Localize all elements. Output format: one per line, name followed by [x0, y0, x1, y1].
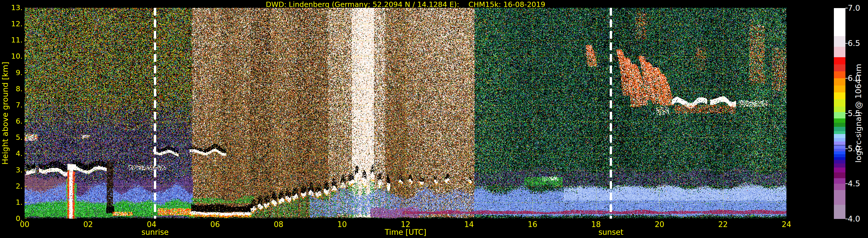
x-tick-label: 20	[642, 220, 677, 229]
colorbar-segment	[834, 157, 845, 160]
colorbar-tick-mark	[845, 8, 848, 8]
x-tick-label: 14	[452, 220, 487, 229]
colorbar-segment	[834, 64, 845, 71]
colorbar-segment	[834, 123, 845, 127]
y-tick-label: 7.	[0, 101, 23, 109]
x-tick-label: 04	[134, 220, 169, 229]
colorbar-segment	[834, 145, 845, 149]
y-tick-label: 10.	[0, 53, 23, 60]
x-tick-label: 12	[388, 220, 423, 229]
colorbar-segment	[834, 164, 845, 168]
x-axis-label: Time [UTC]	[362, 228, 449, 237]
colorbar-segment	[834, 107, 845, 112]
colorbar-segment	[834, 141, 845, 145]
colorbar-tick-mark	[845, 219, 848, 219]
y-tick-label: 2.	[0, 182, 23, 190]
y-tick-label: 13.	[0, 4, 23, 11]
sunrise-label: sunrise	[123, 228, 187, 237]
colorbar-segment	[834, 57, 845, 64]
colorbar-tick-mark	[845, 78, 848, 78]
colorbar-segment	[834, 184, 845, 190]
colorbar-segment	[834, 151, 845, 154]
y-tick-label: 6.	[0, 117, 23, 125]
y-tick-label: 9.	[0, 69, 23, 76]
y-tick-label: 1.	[0, 199, 23, 206]
colorbar-segment	[834, 154, 845, 157]
x-tick-label: 02	[71, 220, 105, 229]
colorbar-segment	[834, 172, 845, 178]
y-tick-label: 8.	[0, 85, 23, 93]
colorbar-segment	[834, 86, 845, 93]
x-tick-label: 24	[769, 220, 804, 229]
y-tick-label: 3.	[0, 166, 23, 174]
colorbar-segment	[834, 134, 845, 138]
colorbar-tick-mark	[845, 183, 848, 184]
colorbar-segment	[834, 36, 845, 47]
colorbar	[834, 8, 845, 219]
x-tick-label: 08	[261, 220, 296, 229]
x-tick-label: 18	[579, 220, 614, 229]
sunset-label: sunset	[579, 228, 643, 237]
colorbar-segment	[834, 160, 845, 164]
colorbar-segment	[834, 131, 845, 134]
colorbar-axis-label: log(rc-signal) @ 1064 nm	[854, 8, 865, 219]
colorbar-segment	[834, 118, 845, 123]
colorbar-segment	[834, 93, 845, 99]
y-tick-label: 11.	[0, 36, 23, 44]
colorbar-segment	[834, 71, 845, 78]
colorbar-segment	[834, 168, 845, 172]
colorbar-segment	[834, 190, 845, 205]
colorbar-segment	[834, 149, 845, 151]
colorbar-segment	[834, 78, 845, 85]
y-tick-label: 12.	[0, 20, 23, 28]
colorbar-segment	[834, 138, 845, 141]
x-tick-label: 22	[706, 220, 740, 229]
colorbar-tick-mark	[845, 148, 848, 149]
colorbar-segment	[834, 127, 845, 131]
colorbar-segment	[834, 112, 845, 118]
ceilometer-heatmap-canvas	[25, 8, 786, 219]
x-tick-label: 10	[325, 220, 360, 229]
colorbar-tick-mark	[845, 113, 848, 114]
colorbar-segment	[834, 47, 845, 58]
colorbar-segment	[834, 8, 845, 36]
x-tick-label: 16	[515, 220, 550, 229]
colorbar-segment	[834, 99, 845, 106]
x-tick-label: 06	[198, 220, 232, 229]
ceilometer-quicklook-figure: DWD: Lindenberg (Germany; 52.2094 N / 14…	[0, 0, 868, 238]
x-tick-label: 00	[7, 220, 42, 229]
y-tick-label: 5.	[0, 134, 23, 141]
colorbar-tick-mark	[845, 43, 848, 44]
colorbar-segment	[834, 178, 845, 184]
figure-title: DWD: Lindenberg (Germany; 52.2094 N / 14…	[25, 0, 786, 9]
y-tick-label: 4.	[0, 150, 23, 157]
colorbar-segment	[834, 205, 845, 219]
